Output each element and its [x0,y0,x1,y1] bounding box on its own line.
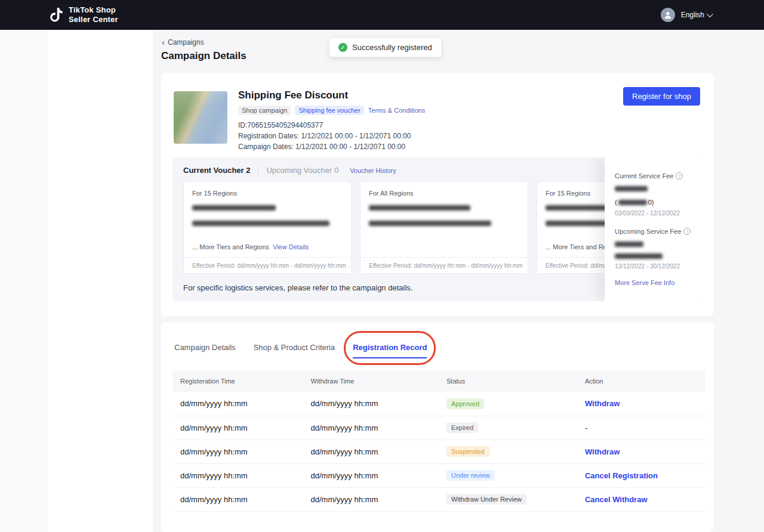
upcoming-fee-period: 13/12/2022 - 30/12/2022 [615,263,691,270]
tab-voucher-history[interactable]: Voucher History [350,167,396,174]
effective-period: Effective Period: dd/mm/yyyy hh:mm - dd/… [184,257,351,273]
tab-registration-record[interactable]: Registration Record [353,343,427,352]
withdraw-link[interactable]: Withdraw [585,447,620,456]
header-action: Action [577,370,705,392]
status-badge: Suspended [446,446,489,457]
active-tab-underline [353,357,427,358]
no-action-dash: - [585,423,587,432]
withdraw-time-cell: dd/mm/yyyy hh:mm [303,487,439,511]
more-tiers-label: ... More Tiers and Regions [192,243,269,250]
withdraw-time-cell: dd/mm/yyyy hh:mm [303,463,439,487]
logistics-note: For specific logistics services, please … [183,283,412,292]
toast-message: Successfully registered [352,43,432,52]
cancel-registration-link[interactable]: Cancel Registration [585,471,658,480]
table-row: dd/mm/yyyy hh:mm dd/mm/yyyy hh:mm Expire… [172,416,705,440]
upcoming-service-fee-label: Upcoming Service Fee [615,228,681,235]
current-fee-period: 03/03/2022 - 12/12/2022 [615,210,691,216]
more-service-fee-link[interactable]: More Serve Fee Info [615,279,691,286]
voucher-region-label: For All Regions [369,190,519,197]
service-fee-panel: Current Service Fee ? ( 0) 03/03/2022 - … [605,157,701,301]
table-row: dd/mm/yyyy hh:mm dd/mm/yyyy hh:mm Withdr… [172,487,705,511]
redacted-value [615,242,643,247]
redacted-value [369,221,491,226]
redacted-value [369,205,470,211]
language-selector[interactable]: English [681,11,711,19]
redacted-value [618,200,647,205]
left-sidebar [48,30,153,532]
campaign-title: Shipping Fee Discount [238,89,425,101]
register-for-shop-button[interactable]: Register for shop [623,87,700,106]
tab-current-voucher[interactable]: Current Voucher 2 [183,166,250,175]
record-card: Campaign Details Shop & Product Criteria… [161,322,714,532]
fee-suffix: 0) [648,199,654,206]
campaign-info: Shipping Fee Discount Shop campaign Ship… [238,89,425,152]
registration-dates: Registration Dates: 1/12/2021 00:00 - 1/… [238,131,425,141]
language-label: English [681,11,704,19]
help-icon[interactable]: ? [676,172,683,180]
redacted-value [615,253,663,259]
withdraw-time-cell: dd/mm/yyyy hh:mm [303,440,439,463]
redacted-value [615,186,648,191]
page-title: Campaign Details [161,50,247,62]
header-registration-time: Registeration Time [172,370,303,392]
help-icon[interactable]: ? [683,228,691,235]
campaign-id: ID:7065155405294405377 [238,120,425,131]
tab-registration-record-label: Registration Record [353,343,427,352]
table-row: dd/mm/yyyy hh:mm dd/mm/yyyy hh:mm Under … [172,463,705,487]
campaign-thumbnail [174,91,227,144]
registration-record-table: Registeration Time Withdraw Time Status … [172,370,705,512]
chevron-down-icon [707,11,713,17]
voucher-type-tag: Shipping fee voucher [295,106,363,115]
effective-period: Effective Period: dd/mm/yyyy hh:mm - dd/… [361,257,528,273]
header-status: Status [439,370,577,392]
tab-campaign-details[interactable]: Campaign Details [174,343,236,352]
current-service-fee-label: Current Service Fee [615,172,673,180]
check-icon: ✓ [338,43,347,52]
user-avatar[interactable] [661,8,675,22]
tiktok-logo-icon [50,8,63,23]
campaign-dates: Campaign Dates: 1/12/2021 00:00 - 1/12/2… [238,141,425,152]
registration-time-cell: dd/mm/yyyy hh:mm [172,487,303,511]
withdraw-time-cell: dd/mm/yyyy hh:mm [303,416,439,440]
tab-upcoming-voucher[interactable]: Upcoming Voucher 0 [266,166,338,175]
campaign-card: Shipping Fee Discount Shop campaign Ship… [161,73,714,316]
registration-time-cell: dd/mm/yyyy hh:mm [172,463,303,487]
breadcrumb[interactable]: ‹ Campaigns [162,38,204,47]
campaign-type-tag: Shop campaign [238,106,291,115]
table-row: dd/mm/yyyy hh:mm dd/mm/yyyy hh:mm Approv… [172,392,705,416]
redacted-value [192,205,276,211]
registration-time-cell: dd/mm/yyyy hh:mm [172,416,303,440]
top-header: TikTok Shop Seller Center English [0,0,764,30]
voucher-card: For 15 Regions ... More Tiers and Region… [183,181,352,274]
withdraw-time-cell: dd/mm/yyyy hh:mm [303,392,439,416]
tab-shop-product-criteria[interactable]: Shop & Product Criteria [254,343,335,352]
record-tabs: Campaign Details Shop & Product Criteria… [174,343,427,352]
breadcrumb-label: Campaigns [168,38,204,47]
table-header-row: Registeration Time Withdraw Time Status … [172,370,705,392]
registration-time-cell: dd/mm/yyyy hh:mm [172,440,303,463]
status-badge: Withdraw Under Review [446,494,526,505]
brand-text: TikTok Shop Seller Center [69,5,118,24]
redacted-value [192,221,329,226]
tab-divider [258,167,258,174]
withdraw-link[interactable]: Withdraw [585,399,620,408]
voucher-card: For All Regions Effective Period: dd/mm/… [360,181,528,274]
success-toast: ✓ Successfully registered [329,38,442,57]
main-content: ‹ Campaigns Campaign Details ✓ Successfu… [153,30,764,532]
terms-conditions-link[interactable]: Terms & Conditions [368,107,425,114]
registration-time-cell: dd/mm/yyyy hh:mm [172,392,303,416]
cancel-withdraw-link[interactable]: Cancel Withdraw [585,495,648,504]
status-badge: Expired [446,422,478,433]
status-badge: Approved [446,398,484,409]
header-withdraw-time: Withdraw Time [303,370,439,392]
fee-prefix: ( [615,199,617,206]
back-chevron-icon: ‹ [162,39,165,45]
view-details-link[interactable]: View Details [273,243,309,250]
table-row: dd/mm/yyyy hh:mm dd/mm/yyyy hh:mm Suspen… [172,440,705,463]
voucher-region-label: For 15 Regions [192,190,343,197]
brand-logo[interactable]: TikTok Shop Seller Center [50,5,118,24]
sidebar-rail [0,30,48,532]
status-badge: Under review [446,470,495,481]
voucher-panel: Current Voucher 2 Upcoming Voucher 0 Vou… [172,157,701,301]
